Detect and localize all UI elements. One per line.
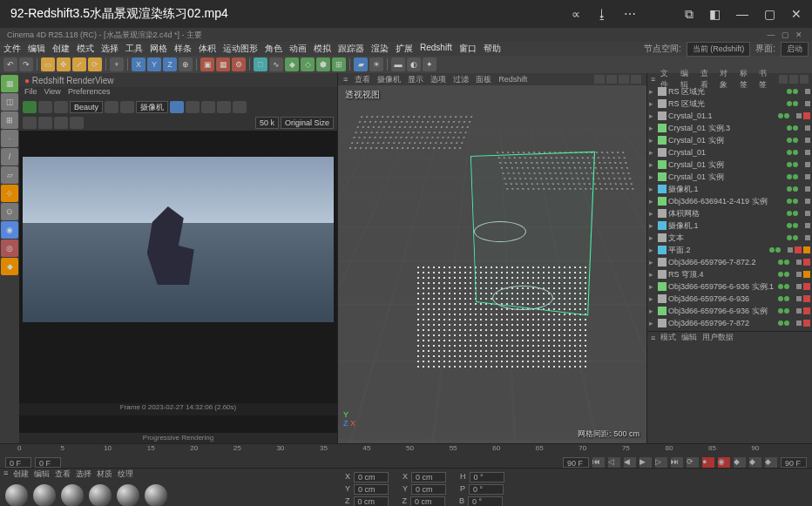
- material-item[interactable]: RS标: [115, 484, 141, 506]
- time-play-fwd[interactable]: ▶: [639, 457, 652, 468]
- download-icon[interactable]: ⭳: [596, 7, 608, 21]
- object-row[interactable]: ▸Obj3d66-659796-7-872.2: [647, 256, 812, 268]
- render-button[interactable]: ▣: [200, 57, 214, 71]
- floor-tool[interactable]: ▬: [391, 57, 405, 71]
- mograph-tool[interactable]: ⬢: [316, 57, 330, 71]
- edge-mode-icon[interactable]: /: [1, 148, 18, 165]
- render-grid1-button[interactable]: [186, 101, 200, 113]
- time-key-pos[interactable]: ◆: [734, 457, 746, 468]
- undo-button[interactable]: ↶: [3, 57, 17, 71]
- menu-创建[interactable]: 创建: [52, 43, 70, 55]
- object-list[interactable]: ▸RS 区域光▸RS 区域光▸Crystal_01.1▸Crystal_01 实…: [647, 85, 812, 331]
- app-min-icon[interactable]: —: [765, 30, 777, 40]
- time-current-field[interactable]: 0 F: [35, 457, 61, 468]
- object-row[interactable]: ▸摄像机.1: [647, 183, 812, 195]
- generator-tool[interactable]: ◆: [285, 57, 299, 71]
- axis-mode-icon[interactable]: ⊹: [1, 185, 18, 202]
- menu-窗口[interactable]: 窗口: [459, 43, 477, 55]
- render-scale-select[interactable]: Original Size: [281, 117, 334, 129]
- axis-x[interactable]: X: [132, 57, 145, 71]
- render-menu-File[interactable]: File: [24, 87, 37, 99]
- perspective-viewport[interactable]: 透视视图 YZ X 网格间距: 500 cm: [338, 85, 646, 443]
- primitive-cube[interactable]: □: [254, 57, 267, 71]
- vp-nav3[interactable]: [619, 75, 629, 84]
- move-tool[interactable]: ✥: [57, 57, 71, 71]
- mat-tab-创建[interactable]: 创建: [13, 469, 29, 481]
- more-icon[interactable]: ⋯: [624, 7, 636, 21]
- vp-nav4[interactable]: [631, 75, 641, 84]
- object-row[interactable]: ▸Crystal_01 实例: [647, 134, 812, 146]
- time-end2-field[interactable]: 90 F: [781, 457, 807, 468]
- render-grid4-button[interactable]: [233, 101, 247, 113]
- menu-扩展[interactable]: 扩展: [396, 43, 413, 55]
- soft-sel-icon[interactable]: ◎: [1, 240, 18, 257]
- attr-tab-用户数据[interactable]: 用户数据: [702, 332, 734, 343]
- model-mode-icon[interactable]: ▦: [1, 75, 18, 92]
- om-ico2[interactable]: [789, 75, 798, 84]
- menu-跟踪器[interactable]: 跟踪器: [338, 43, 364, 55]
- sky-tool[interactable]: ◐: [407, 57, 421, 71]
- om-ico3[interactable]: [800, 75, 809, 84]
- rt2-btn2[interactable]: [38, 117, 52, 129]
- time-autokey[interactable]: ◉: [718, 457, 730, 468]
- attr-tab-≡[interactable]: ≡: [651, 334, 655, 342]
- select-tool[interactable]: ▭: [41, 57, 55, 71]
- render-stop-button[interactable]: [38, 101, 52, 113]
- menu-编辑[interactable]: 编辑: [28, 43, 45, 55]
- render-menu-View[interactable]: View: [44, 87, 61, 99]
- vp-nav1[interactable]: [594, 75, 605, 84]
- menu-选择[interactable]: 选择: [101, 43, 118, 55]
- time-goto-start[interactable]: ⏮: [592, 457, 605, 468]
- mat-tab-材质[interactable]: 材质: [97, 469, 112, 481]
- rt2-btn4[interactable]: [70, 117, 84, 129]
- menu-模拟[interactable]: 模拟: [314, 43, 331, 55]
- vp-menu-查看[interactable]: 查看: [355, 74, 370, 85]
- menu-模式[interactable]: 模式: [77, 43, 94, 55]
- menu-样条[interactable]: 样条: [174, 43, 192, 55]
- menu-工具[interactable]: 工具: [125, 43, 143, 55]
- time-play-back[interactable]: ◀: [624, 457, 636, 468]
- app-max-icon[interactable]: ▢: [779, 30, 791, 40]
- spline-tool[interactable]: ∿: [269, 57, 283, 71]
- vp-menu-≡[interactable]: ≡: [343, 75, 348, 84]
- material-item[interactable]: RS St: [31, 484, 58, 506]
- material-item[interactable]: RS St: [59, 484, 85, 506]
- render-start-button[interactable]: [23, 101, 37, 113]
- poly-mode-icon[interactable]: ▱: [1, 166, 18, 184]
- vp-menu-Redshift[interactable]: Redshift: [498, 75, 527, 84]
- time-step-back[interactable]: ◁: [608, 457, 620, 468]
- scale-tool[interactable]: ⤢: [72, 57, 86, 71]
- object-row[interactable]: ▸平面.2: [647, 244, 812, 256]
- share-icon[interactable]: ∝: [572, 7, 580, 21]
- material-list[interactable]: RS StRS StRS StMateRS标RS标: [0, 481, 338, 506]
- snap-icon[interactable]: ⊙: [1, 203, 18, 220]
- nodespace-dropdown[interactable]: 当前 (Redshift): [687, 42, 751, 57]
- render-refresh-button[interactable]: [54, 101, 68, 113]
- vp-nav2[interactable]: [606, 75, 617, 84]
- rt2-btn1[interactable]: [23, 117, 37, 129]
- object-row[interactable]: ▸Obj3d66-659796-6-936 实例.1: [647, 280, 812, 293]
- menu-文件[interactable]: 文件: [3, 43, 21, 55]
- mat-tab-纹理[interactable]: 纹理: [118, 469, 133, 481]
- vp-menu-摄像机[interactable]: 摄像机: [377, 74, 401, 85]
- render-crop-button[interactable]: [105, 101, 118, 113]
- render-aov-select[interactable]: Beauty: [70, 101, 103, 113]
- object-row[interactable]: ▸Obj3d66-659796-6-936 实例: [647, 305, 812, 317]
- render-settings-button[interactable]: ⚙: [232, 57, 246, 71]
- mat-tab-编辑[interactable]: 编辑: [34, 469, 50, 481]
- vp-menu-面板[interactable]: 面板: [476, 74, 491, 85]
- mat-tab-查看[interactable]: 查看: [55, 469, 71, 481]
- time-loop[interactable]: ⟳: [687, 457, 699, 468]
- pip-icon[interactable]: ⧉: [685, 7, 694, 22]
- material-item[interactable]: RS标: [143, 484, 169, 506]
- add-tool[interactable]: +: [110, 57, 124, 71]
- object-row[interactable]: ▸Crystal_01: [647, 146, 812, 159]
- attribute-manager[interactable]: [647, 343, 812, 443]
- time-key-scale[interactable]: ◆: [765, 457, 777, 468]
- mat-tab-选择[interactable]: 选择: [76, 469, 91, 481]
- object-row[interactable]: ▸Crystal_01 实例: [647, 171, 812, 183]
- material-item[interactable]: RS St: [3, 484, 30, 506]
- object-row[interactable]: ▸Obj3d66-659796-6-936: [647, 293, 812, 305]
- deformer-tool[interactable]: ◇: [301, 57, 315, 71]
- timeline-ruler[interactable]: 0510152025303545505560657075808590: [0, 444, 812, 456]
